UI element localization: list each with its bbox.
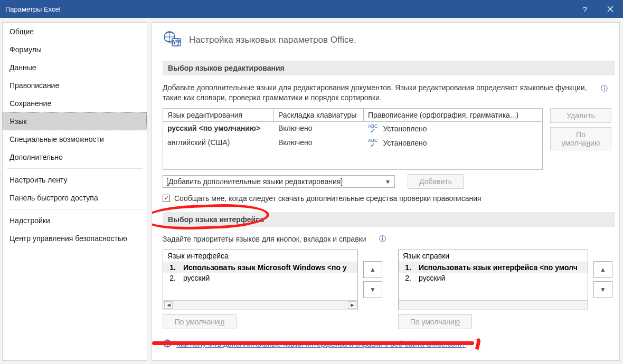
checkbox-checked-icon: ✓ <box>163 195 170 202</box>
scroll-left-icon[interactable]: ◀ <box>164 301 173 309</box>
table-header: Язык редактирования Раскладка клавиатуры… <box>163 109 542 122</box>
list-header: Язык интерфейса <box>163 250 357 262</box>
svg-text:A字: A字 <box>172 39 182 45</box>
sidebar: Общие Формулы Данные Правописание Сохран… <box>2 22 147 361</box>
col-proofing: Правописание (орфография, грамматика...) <box>364 109 542 121</box>
more-languages-link[interactable]: Как получить дополнительные языки интерф… <box>176 340 466 348</box>
interface-language-listbox[interactable]: Язык интерфейса 1. Использовать язык Mic… <box>163 250 358 310</box>
help-set-default-button[interactable]: По умолчанию <box>398 314 472 329</box>
table-row[interactable]: русский <по умолчанию> Включено ABC✓ Уст… <box>163 122 542 136</box>
move-up-button[interactable]: ▲ <box>593 261 612 278</box>
move-down-button[interactable]: ▼ <box>363 281 382 298</box>
sidebar-item-formulas[interactable]: Формулы <box>3 41 147 59</box>
section-editing-languages: Выбор языков редактирования <box>163 61 615 75</box>
panel-heading: A字 Настройка языковых параметров Office. <box>163 30 615 50</box>
help-button[interactable]: ? <box>572 0 598 18</box>
window-title: Параметры Excel <box>5 5 572 13</box>
editing-description: Добавьте дополнительные языки для редакт… <box>163 83 615 103</box>
excel-options-dialog: Параметры Excel ? Общие Формулы Данные П… <box>0 0 623 364</box>
sidebar-item-general[interactable]: Общие <box>3 23 147 41</box>
list-header: Язык справки <box>399 250 588 262</box>
sidebar-item-save[interactable]: Сохранение <box>3 94 147 112</box>
main-panel: A字 Настройка языковых параметров Office.… <box>152 22 620 361</box>
table-row[interactable]: английский (США) Включено ABC✓ Установле… <box>163 136 542 150</box>
add-language-button[interactable]: Добавить <box>408 174 464 189</box>
info-icon[interactable]: ⓘ <box>601 84 608 93</box>
notify-proofing-checkbox[interactable]: ✓ Сообщать мне, когда следует скачать до… <box>163 194 615 203</box>
abc-check-icon: ABC✓ <box>368 138 378 148</box>
abc-check-icon: ABC✓ <box>368 124 378 134</box>
sidebar-item-data[interactable]: Данные <box>3 59 147 76</box>
add-language-dropdown[interactable]: [Добавить дополнительные языки редактиро… <box>163 175 395 188</box>
list-item[interactable]: 1. Использовать язык Microsoft Windows <… <box>163 262 357 273</box>
panel-title: Настройка языковых параметров Office. <box>189 35 356 45</box>
ui-language-description: Задайте приоритеты языков для кнопок, вк… <box>163 234 615 244</box>
chevron-down-icon: ▾ <box>383 177 392 186</box>
sidebar-item-accessibility[interactable]: Специальные возможности <box>3 130 147 148</box>
list-item[interactable]: 2. русский <box>163 273 357 283</box>
sidebar-item-quick-access[interactable]: Панель быстрого доступа <box>3 189 147 207</box>
sidebar-divider <box>7 209 143 209</box>
sidebar-item-advanced[interactable]: Дополнительно <box>3 148 147 166</box>
dialog-body: Общие Формулы Данные Правописание Сохран… <box>0 18 623 364</box>
sidebar-divider <box>7 168 143 169</box>
sidebar-item-addins[interactable]: Надстройки <box>3 212 147 229</box>
scroll-right-icon[interactable]: ▶ <box>348 301 356 309</box>
list-item[interactable]: 2. русский <box>399 273 588 283</box>
list-item[interactable]: 1. Использовать язык интерфейса <по умол… <box>399 262 588 273</box>
col-editing-language: Язык редактирования <box>163 109 274 121</box>
sidebar-item-trust-center[interactable]: Центр управления безопасностью <box>3 229 147 247</box>
titlebar: Параметры Excel ? <box>0 0 623 18</box>
sidebar-item-proofing[interactable]: Правописание <box>3 76 147 94</box>
info-icon[interactable]: ⓘ <box>379 234 386 244</box>
horizontal-scrollbar <box>399 300 588 310</box>
sidebar-item-customize-ribbon[interactable]: Настроить ленту <box>3 171 147 189</box>
col-keyboard-layout: Раскладка клавиатуры <box>274 109 364 121</box>
close-button[interactable] <box>598 0 623 18</box>
globe-icon <box>163 339 172 350</box>
move-up-button[interactable]: ▲ <box>363 261 382 278</box>
language-globe-icon: A字 <box>163 30 183 50</box>
set-default-language-button[interactable]: По умолчанию <box>550 127 611 150</box>
move-down-button[interactable]: ▼ <box>593 281 612 298</box>
sidebar-item-language[interactable]: Язык <box>3 112 147 130</box>
section-ui-language: Выбор языка интерфейса <box>163 212 615 227</box>
editing-languages-table[interactable]: Язык редактирования Раскладка клавиатуры… <box>163 108 543 170</box>
interface-set-default-button[interactable]: По умолчанию <box>163 314 237 329</box>
horizontal-scrollbar[interactable]: ◀ ▶ <box>163 300 357 310</box>
help-language-listbox[interactable]: Язык справки 1. Использовать язык интерф… <box>398 250 588 310</box>
delete-language-button[interactable]: Удалить <box>550 108 611 123</box>
